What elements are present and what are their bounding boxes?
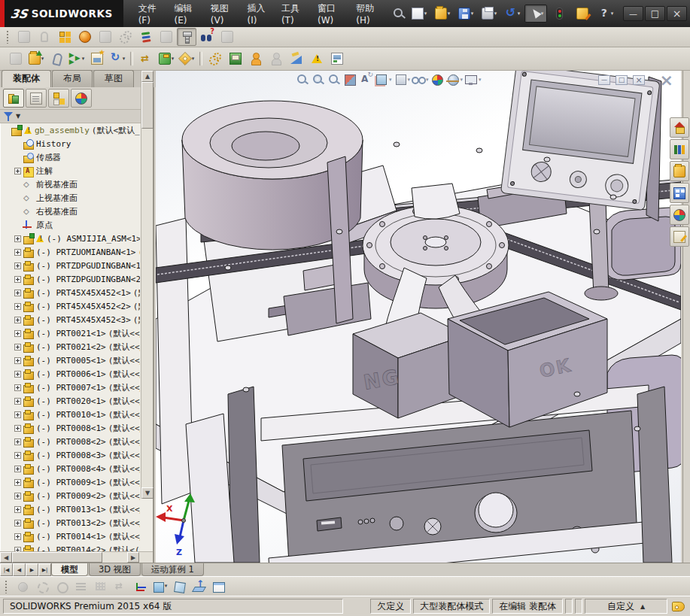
publish-button[interactable]: ▾ (67, 50, 87, 68)
tree-item[interactable]: 传感器 (1, 150, 140, 164)
menu-item[interactable]: 插入(I) (239, 5, 273, 23)
tree-item[interactable]: (-) PRT0006<1> (默认<<默 (1, 367, 140, 381)
magnifying-glass-button[interactable]: ▾ (327, 73, 342, 86)
tree-item[interactable]: (-) PRT0013<1> (默认<<默 (1, 502, 140, 516)
doc-restore-button[interactable] (616, 75, 628, 85)
tree-item[interactable]: gb_assembly (默认<默认_ (1, 123, 140, 137)
first-tab-button[interactable] (0, 563, 13, 576)
help-button[interactable]: ▾ (594, 5, 617, 23)
insert-components-button[interactable]: ▾ (26, 50, 46, 68)
normal-to-button[interactable]: ▾ (190, 578, 208, 595)
doc-minimize-button[interactable] (598, 75, 610, 85)
expand-icon[interactable] (14, 276, 21, 283)
tree-item[interactable]: (-) PRTZDPGUDINGBAN<2> (1, 272, 140, 286)
grid-button[interactable]: ▾ (92, 578, 110, 595)
expand-icon[interactable] (14, 479, 21, 486)
menu-item[interactable]: 编辑(E) (166, 5, 202, 23)
scrollbar-thumb[interactable] (12, 552, 102, 563)
solidworks-resources-button[interactable] (670, 117, 689, 138)
component-pattern-button[interactable]: ▾ (55, 28, 74, 46)
tree-item[interactable]: (-) ASMJIJIA_ASM<1> (1, 232, 140, 245)
tree-horizontal-scrollbar[interactable]: ◀ ▶ (0, 551, 153, 563)
interference-detection-button[interactable]: ▾ (197, 28, 217, 46)
edit-appearance-button[interactable]: ▾ (430, 73, 445, 86)
tree-item[interactable]: (-) PRT0008<4> (默认<<默 (1, 462, 140, 475)
expand-icon[interactable] (14, 330, 21, 337)
expand-icon[interactable] (14, 466, 21, 472)
new-document-button[interactable]: ▾ (408, 5, 430, 23)
document-close-icon[interactable]: × (660, 72, 673, 89)
rebuild-button[interactable]: ▾ (548, 5, 570, 23)
menu-item[interactable]: 文件(F) (131, 5, 167, 23)
scrollbar-thumb[interactable] (141, 82, 154, 129)
search-icon[interactable] (391, 6, 403, 21)
minimize-button[interactable] (623, 6, 643, 21)
tag-icon[interactable] (672, 602, 685, 611)
scroll-left-icon[interactable]: ◀ (0, 552, 12, 563)
menu-item[interactable]: 帮助(H) (348, 5, 385, 23)
ergonomics-button[interactable]: ▾ (246, 50, 266, 68)
shaded-button[interactable]: ▾ (14, 578, 32, 595)
filter-icon[interactable] (4, 111, 14, 121)
photo-view-button[interactable]: ▾ (327, 50, 347, 68)
prev-tab-button[interactable] (13, 563, 26, 576)
menu-item[interactable]: 工具(T) (274, 5, 310, 23)
expand-icon[interactable] (14, 452, 21, 459)
expand-icon[interactable] (14, 506, 21, 513)
zoom-to-area-button[interactable]: ▾ (311, 73, 326, 86)
menu-item[interactable]: 视图(V) (203, 5, 240, 23)
tree-item[interactable]: (-) PRT0007<1> (默认<<默 (1, 381, 140, 394)
take-snapshot-button[interactable]: ▾ (87, 50, 107, 68)
rotate-component-button[interactable]: ▾ (108, 50, 127, 68)
tab-assembly[interactable]: 装配体 (2, 70, 51, 87)
expand-icon[interactable] (14, 303, 21, 310)
tree-item[interactable]: (-) PRT0009<2> (默认<<默 (1, 489, 140, 502)
expand-icon[interactable] (14, 398, 21, 405)
simulation-button[interactable]: ▾ (287, 50, 306, 68)
tree-item[interactable]: History (1, 137, 140, 150)
exploded-view-button[interactable]: ▾ (217, 28, 237, 46)
tree-item[interactable]: (-) PRT0005<1> (默认<<默 (1, 354, 140, 367)
scroll-right-icon[interactable]: ▶ (127, 552, 139, 563)
last-tab-button[interactable] (38, 563, 51, 576)
print-button[interactable]: ▾ (478, 5, 500, 23)
tree-item[interactable]: (-) PRT0010<1> (默认<<默 (1, 408, 140, 421)
toolbar-drag-handle[interactable] (6, 30, 10, 44)
expand-icon[interactable] (14, 411, 21, 418)
options-button[interactable]: ▾ (571, 5, 594, 23)
display-style-button[interactable]: ▾ (393, 73, 411, 86)
tree-item[interactable]: 右视基准面 (1, 205, 140, 218)
flip-button[interactable]: ▾ (111, 578, 129, 595)
tab-appearances[interactable] (71, 89, 92, 108)
status-custom-cell[interactable]: 自定义 ▲ (585, 599, 667, 614)
fastener-button[interactable]: ▾ (177, 28, 196, 46)
expand-icon[interactable] (14, 493, 21, 499)
tree-item[interactable]: 上视基准面 (1, 191, 140, 205)
expand-icon[interactable] (14, 438, 21, 445)
section-lines-button[interactable]: ▾ (72, 578, 90, 595)
custom-properties-button[interactable] (670, 226, 689, 247)
new-sketch-button[interactable]: ▾ (177, 50, 196, 68)
graphics-area[interactable]: NG OK X Z ▾▾▾▾▾▾▾▾▾▾▾ (156, 71, 681, 563)
insert-component-button[interactable]: ▾ (14, 28, 34, 46)
tab-3d-views[interactable]: 3D 视图 (89, 563, 141, 576)
expand-icon[interactable] (14, 384, 21, 391)
expand-icon[interactable] (14, 357, 21, 364)
expand-icon[interactable] (14, 344, 21, 350)
tree-item[interactable]: (-) PRT0013<2> (默认<<默 (1, 516, 140, 530)
expand-icon[interactable] (14, 249, 21, 256)
expand-icon[interactable] (14, 533, 21, 540)
expand-icon[interactable] (14, 317, 21, 323)
wireframe-button[interactable]: ▾ (53, 578, 71, 595)
tree-item[interactable]: (-) PRT0008<1> (默认<<默 (1, 421, 140, 435)
tab-propertymanager[interactable] (26, 89, 47, 108)
tree-item[interactable]: (-) PRT0014<2> (默认<(默 (1, 543, 140, 551)
tree-item[interactable]: (-) PRT0009<1> (默认<<默 (1, 475, 140, 489)
tree-item[interactable]: (-) PRTZUOMIANBAN<1> (默 (1, 245, 140, 259)
tree-item[interactable]: (-) PRT0008<3> (默认<<默 (1, 448, 140, 462)
menu-item[interactable]: 窗口(W) (310, 5, 348, 23)
motion-gears-button[interactable]: ▾ (205, 50, 225, 68)
appearances-button[interactable] (670, 205, 689, 225)
save-button[interactable]: ▾ (454, 5, 477, 23)
hide-show-items-button[interactable]: ▾ (411, 73, 429, 86)
